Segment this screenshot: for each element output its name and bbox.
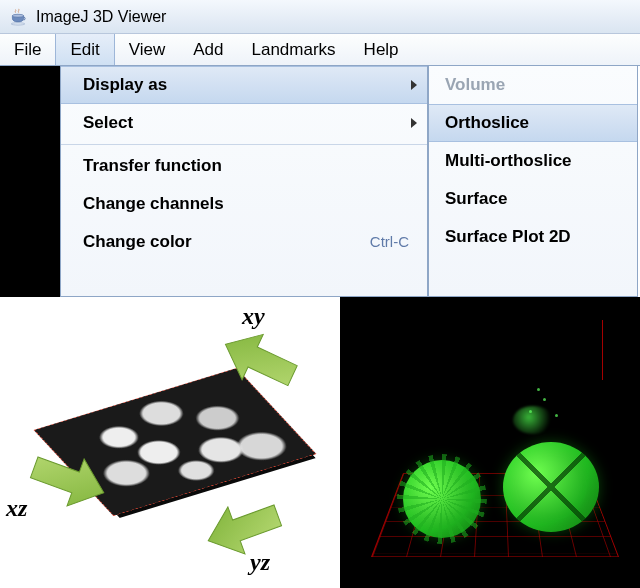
submenu-item-label: Surface Plot 2D: [445, 227, 571, 247]
menu-item-display-as[interactable]: Display as: [61, 66, 427, 104]
pollen-grain-right: [503, 442, 599, 532]
pollen-grain-left: [403, 460, 481, 538]
submenu-item-orthoslice[interactable]: Orthoslice: [429, 104, 637, 142]
menu-item-label: Transfer function: [83, 156, 222, 176]
sparkle-icon: [543, 398, 546, 401]
pollen-debris: [513, 406, 553, 434]
submenu-arrow-icon: [411, 80, 417, 90]
axis-label-xz: xz: [6, 495, 27, 522]
menu-item-label: Display as: [83, 75, 167, 95]
svg-point-0: [12, 14, 23, 17]
submenu-item-multi-orthoslice[interactable]: Multi-orthoslice: [429, 142, 637, 180]
submenu-item-surface[interactable]: Surface: [429, 180, 637, 218]
arrow-xy-icon: [216, 325, 302, 395]
menu-item-label: Select: [83, 113, 133, 133]
pollen-3d-scene: [340, 297, 640, 588]
menu-item-label: Change color: [83, 232, 192, 252]
arrow-yz-icon: [200, 493, 286, 563]
menu-dropdown-row: Display as Select Transfer function Chan…: [0, 66, 640, 297]
menu-add[interactable]: Add: [179, 34, 237, 65]
menu-item-shortcut: Ctrl-C: [370, 233, 409, 250]
menu-item-change-color[interactable]: Change color Ctrl-C: [61, 223, 427, 261]
axis-label-xy: xy: [242, 303, 265, 330]
menu-item-transfer-function[interactable]: Transfer function: [61, 147, 427, 185]
arrow-xz-icon: [26, 445, 112, 515]
submenu-item-surface-plot-2d[interactable]: Surface Plot 2D: [429, 218, 637, 256]
axis-label-yz: yz: [250, 549, 270, 576]
sparkle-icon: [555, 414, 558, 417]
illustration-row: xy xz yz: [0, 297, 640, 588]
menubar: File Edit View Add Landmarks Help: [0, 34, 640, 66]
menu-edit[interactable]: Edit: [55, 34, 114, 65]
submenu-item-label: Orthoslice: [445, 113, 529, 133]
menu-help[interactable]: Help: [350, 34, 413, 65]
z-axis-line: [602, 320, 603, 380]
menu-item-change-channels[interactable]: Change channels: [61, 185, 427, 223]
java-cup-icon: [8, 7, 28, 27]
scene-bounds: [352, 309, 628, 576]
menu-separator: [61, 144, 427, 145]
orthoslice-diagram: xy xz yz: [0, 297, 340, 588]
window-title: ImageJ 3D Viewer: [36, 8, 166, 26]
menu-item-label: Change channels: [83, 194, 224, 214]
menu-view[interactable]: View: [115, 34, 180, 65]
submenu-arrow-icon: [411, 118, 417, 128]
sparkle-icon: [529, 410, 532, 413]
sparkle-icon: [537, 388, 540, 391]
menu-file[interactable]: File: [0, 34, 55, 65]
menu-landmarks[interactable]: Landmarks: [238, 34, 350, 65]
submenu-item-label: Surface: [445, 189, 507, 209]
display-as-submenu: Volume Orthoslice Multi-orthoslice Surfa…: [428, 66, 638, 297]
submenu-item-volume[interactable]: Volume: [429, 66, 637, 104]
svg-point-1: [11, 22, 25, 25]
viewport-black-strip: [0, 66, 60, 297]
window-titlebar: ImageJ 3D Viewer: [0, 0, 640, 34]
edit-menu-panel: Display as Select Transfer function Chan…: [60, 66, 428, 297]
submenu-item-label: Volume: [445, 75, 505, 95]
menu-item-select[interactable]: Select: [61, 104, 427, 142]
submenu-item-label: Multi-orthoslice: [445, 151, 572, 171]
